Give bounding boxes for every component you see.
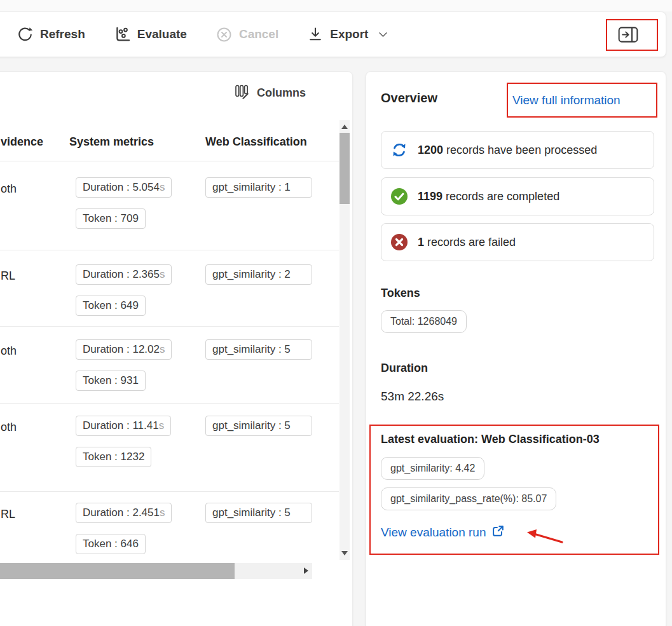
row-cell-evidence: oth [1,344,17,358]
open-in-new-window-icon [491,524,505,541]
cancel-label: Cancel [239,27,278,41]
row-divider [0,250,339,250]
column-header-evidence: vidence [1,135,43,149]
scroll-right-arrow-icon[interactable] [304,568,308,574]
export-label: Export [330,27,368,41]
toggle-details-panel-button[interactable] [614,26,643,45]
gpt-similarity-badge: gpt_similarity : 5 [205,339,312,360]
completed-status-card: 1199records are completed [381,177,654,215]
columns-button[interactable]: Columns [234,84,306,102]
open-panel-right-icon [618,27,638,45]
row-cell-evidence: RL [1,508,15,521]
token-badge: Token : 709 [76,208,146,229]
row-cell-evidence: oth [1,182,17,196]
horizontal-scrollbar-thumb[interactable] [0,563,235,579]
refresh-button[interactable]: Refresh [17,27,85,43]
row-divider [0,403,339,404]
export-button[interactable]: Export [308,27,387,42]
refresh-icon [17,27,33,43]
dismiss-circle-icon [216,27,232,43]
view-full-information-link[interactable]: View full information [512,93,621,107]
gpt-similarity-badge: gpt_similarity : 2 [205,264,312,285]
duration-badge: Duration : 11.41s [76,416,171,436]
column-header-web-classification: Web Classification [205,135,307,149]
overview-title: Overview [381,91,437,105]
duration-badge: Duration : 2.451s [76,503,172,523]
checkmark-circle-icon [390,187,408,205]
token-badge: Token : 649 [76,296,146,316]
row-cell-evidence: oth [1,421,17,434]
gpt-similarity-badge: gpt_similarity : 1 [205,177,312,198]
tokens-heading: Tokens [381,287,420,300]
gpt-similarity-pass-rate-badge: gpt_similarity_pass_rate(%): 85.07 [381,487,556,510]
status-text: 1200records have been processed [418,144,597,157]
gpt-similarity-metric-badge: gpt_similarity: 4.42 [381,457,484,480]
column-header-system-metrics: System metrics [69,135,154,149]
vertical-scrollbar-thumb[interactable] [339,133,350,204]
edit-columns-icon [234,84,249,102]
row-cell-evidence: RL [1,269,15,283]
gpt-similarity-badge: gpt_similarity : 5 [205,416,312,436]
table-row[interactable]: oth Duration : 12.02s Token : 931 gpt_si… [0,339,339,416]
row-divider [0,161,339,161]
table-header-row: vidence System metrics Web Classificatio… [0,135,352,158]
scroll-down-arrow-icon[interactable] [341,551,348,555]
columns-label: Columns [257,86,306,100]
duration-heading: Duration [381,362,428,375]
duration-badge: Duration : 12.02s [76,339,172,360]
download-icon [308,27,323,42]
horizontal-scrollbar[interactable] [0,563,312,579]
duration-badge: Duration : 2.365s [76,264,172,285]
duration-badge: Duration : 5.054s [76,177,172,198]
row-divider [0,326,339,327]
status-text: 1records are failed [418,236,516,249]
tokens-total-badge: Total: 1268049 [381,310,467,333]
token-badge: Token : 931 [76,371,146,391]
page-background-strip [0,0,672,11]
table-row[interactable]: oth Duration : 5.054s Token : 709 gpt_si… [0,177,339,254]
table-row[interactable]: oth Duration : 11.41s Token : 1232 gpt_s… [0,416,339,492]
evaluate-label: Evaluate [137,27,187,41]
evaluate-button[interactable]: Evaluate [114,27,187,43]
output-table-panel: Columns vidence System metrics Web Class… [0,71,353,626]
vertical-scrollbar[interactable] [339,120,350,560]
cancel-button[interactable]: Cancel [216,27,278,43]
latest-evaluation-title: Latest evaluation: Web Classification-03 [381,433,600,446]
duration-value: 53m 22.26s [381,390,444,404]
toolbar: Refresh Evaluate Cancel Export [0,11,666,57]
scroll-up-arrow-icon[interactable] [341,125,348,129]
token-badge: Token : 1232 [76,447,151,467]
failed-status-card: 1records are failed [381,223,654,261]
table-row[interactable]: RL Duration : 2.365s Token : 649 gpt_sim… [0,264,339,341]
chart-dots-icon [114,27,130,43]
status-text: 1199records are completed [418,190,559,203]
processed-status-card: 1200records have been processed [381,131,654,169]
error-circle-icon [390,233,408,251]
row-divider [0,491,339,492]
gpt-similarity-badge: gpt_similarity : 5 [205,503,312,523]
chevron-down-icon [379,32,387,37]
refresh-label: Refresh [40,27,85,41]
sync-icon [390,141,408,159]
view-evaluation-run-link[interactable]: View evaluation run [381,524,505,541]
overview-panel: Overview View full information 1200recor… [366,71,666,626]
token-badge: Token : 646 [76,534,146,554]
